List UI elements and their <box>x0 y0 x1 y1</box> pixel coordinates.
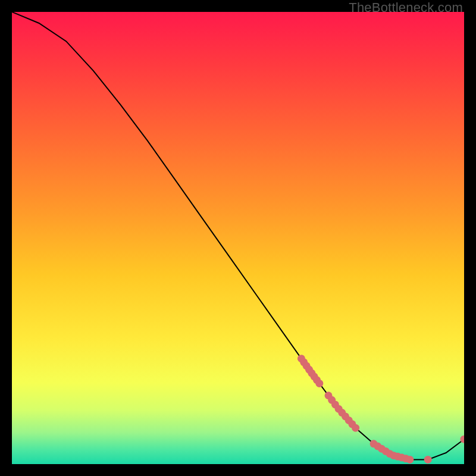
chart-frame: TheBottleneck.com <box>0 0 476 476</box>
data-dot <box>315 380 323 387</box>
data-dot <box>424 456 432 464</box>
data-dot <box>352 424 359 432</box>
gradient-background <box>12 12 464 464</box>
data-dot <box>406 456 414 464</box>
bottleneck-curve-chart <box>12 12 464 464</box>
